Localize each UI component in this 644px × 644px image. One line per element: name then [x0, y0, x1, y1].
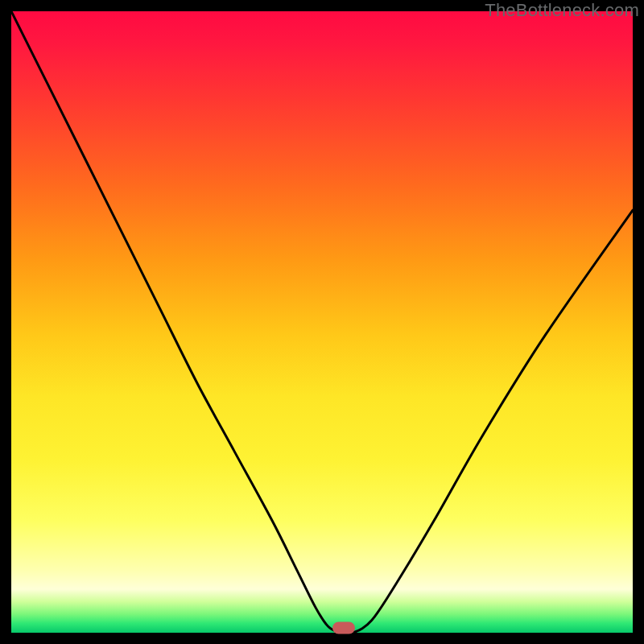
chart-background-gradient — [11, 11, 633, 633]
watermark-text: TheBottleneck.com — [485, 0, 639, 21]
chart-plot — [11, 11, 633, 633]
optimal-point-marker — [332, 621, 355, 634]
